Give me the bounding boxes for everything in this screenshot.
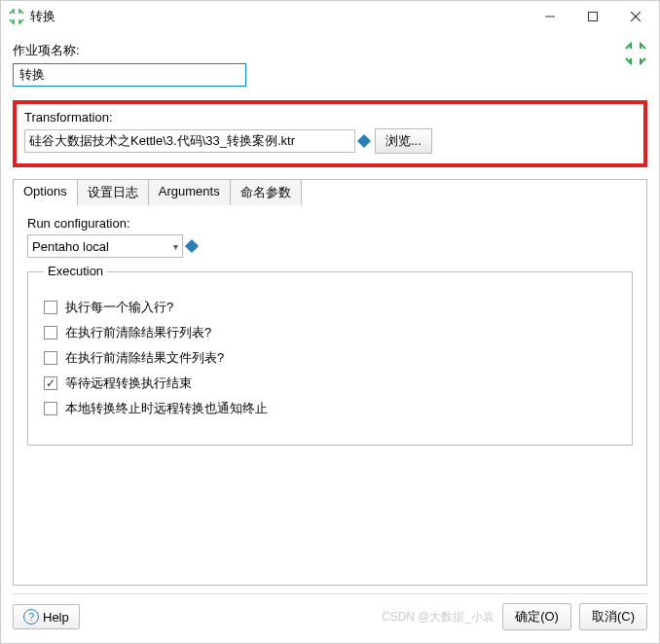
tab-named-params[interactable]: 命名参数 xyxy=(230,179,302,205)
dialog-window: 转换 作业项名称: xyxy=(0,0,660,644)
exec-check-label: 在执行前清除结果行列表? xyxy=(65,324,211,341)
execution-fieldset: Execution 执行每一个输入行? 在执行前清除结果行列表? 在执行前 xyxy=(27,271,633,446)
exec-check-3[interactable] xyxy=(44,376,57,390)
transformation-label: Transformation: xyxy=(24,110,636,125)
variable-indicator-icon xyxy=(185,239,199,253)
exec-check-row: 等待远程转换执行结束 xyxy=(44,375,616,392)
svg-rect-1 xyxy=(589,13,598,21)
exec-check-1[interactable] xyxy=(44,326,57,340)
app-icon xyxy=(9,9,24,24)
titlebar: 转换 xyxy=(1,1,659,32)
collapse-icon[interactable] xyxy=(624,42,647,65)
run-config-value: Pentaho local xyxy=(32,239,109,254)
job-name-input[interactable] xyxy=(13,63,246,87)
run-config-label: Run configuration: xyxy=(27,216,633,231)
exec-check-row: 本地转换终止时远程转换也通知终止 xyxy=(44,400,616,417)
exec-check-2[interactable] xyxy=(44,351,57,365)
dialog-footer: ? Help CSDN @大数据_小袁 确定(O) 取消(C) xyxy=(1,594,659,643)
window-controls xyxy=(529,2,657,31)
run-config-select[interactable]: Pentaho local ▾ xyxy=(27,234,183,258)
transformation-highlight-box: Transformation: 浏览... xyxy=(13,100,647,167)
exec-check-label: 等待远程转换执行结束 xyxy=(65,375,192,392)
exec-check-label: 在执行前清除结果文件列表? xyxy=(65,349,224,367)
help-icon: ? xyxy=(23,609,39,625)
tabs-bar: Options 设置日志 Arguments 命名参数 xyxy=(13,179,645,205)
exec-check-0[interactable] xyxy=(44,301,57,314)
help-label: Help xyxy=(43,610,69,625)
exec-check-row: 在执行前清除结果文件列表? xyxy=(44,349,616,367)
watermark: CSDN @大数据_小袁 xyxy=(382,609,495,626)
variable-indicator-icon xyxy=(357,134,371,148)
exec-check-4[interactable] xyxy=(44,402,57,415)
maximize-button[interactable] xyxy=(571,2,614,31)
ok-button[interactable]: 确定(O) xyxy=(502,603,571,630)
close-button[interactable] xyxy=(614,2,657,31)
job-name-section: 作业项名称: xyxy=(13,42,647,87)
browse-button[interactable]: 浏览... xyxy=(375,128,432,154)
transformation-path-input[interactable] xyxy=(24,129,355,153)
exec-check-label: 本地转换终止时远程转换也通知终止 xyxy=(65,400,268,417)
exec-check-row: 执行每一个输入行? xyxy=(44,299,616,316)
cancel-button[interactable]: 取消(C) xyxy=(579,603,647,630)
minimize-button[interactable] xyxy=(529,2,571,31)
help-button[interactable]: ? Help xyxy=(13,604,80,629)
tab-options-content: Run configuration: Pentaho local ▾ Execu… xyxy=(14,206,646,585)
dialog-content: 作业项名称: Transformation: 浏览... xyxy=(1,32,659,593)
tab-arguments[interactable]: Arguments xyxy=(148,179,231,205)
tab-options[interactable]: Options xyxy=(13,179,78,205)
tabs-container: Options 设置日志 Arguments 命名参数 Run configur… xyxy=(13,179,647,586)
tab-logging[interactable]: 设置日志 xyxy=(77,179,149,205)
execution-legend: Execution xyxy=(44,264,107,278)
exec-check-label: 执行每一个输入行? xyxy=(65,299,173,316)
chevron-down-icon: ▾ xyxy=(173,241,178,252)
exec-check-row: 在执行前清除结果行列表? xyxy=(44,324,616,341)
window-title: 转换 xyxy=(30,8,529,25)
job-name-label: 作业项名称: xyxy=(13,42,647,59)
